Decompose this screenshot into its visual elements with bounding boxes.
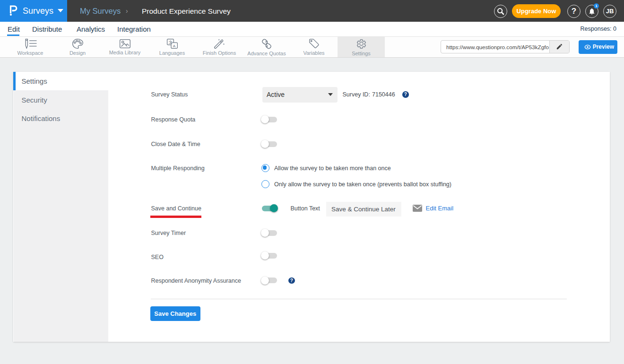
svg-text:A: A: [173, 44, 175, 48]
svg-text:文: 文: [168, 40, 173, 44]
